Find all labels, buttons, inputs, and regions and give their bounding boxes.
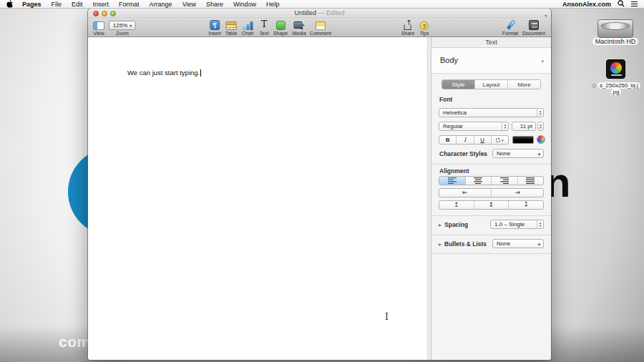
align-center-button[interactable] xyxy=(465,177,492,185)
align-bottom-button[interactable]: ↧ xyxy=(508,201,543,209)
underline-button[interactable]: U xyxy=(474,136,491,144)
spotlight-search-icon[interactable] xyxy=(618,0,625,9)
font-size-stepper[interactable] xyxy=(537,122,544,131)
menu-help[interactable]: Help xyxy=(261,0,285,9)
stepper-icon xyxy=(537,220,543,228)
chart-icon xyxy=(243,21,253,30)
jpg-file-icon[interactable] xyxy=(606,59,625,79)
align-middle-button[interactable]: ↕ xyxy=(474,201,509,209)
character-styles-label: Character Styles xyxy=(439,150,487,157)
decrease-indent-button[interactable]: ⇤ xyxy=(439,189,491,197)
bold-button[interactable]: B xyxy=(439,136,456,144)
align-left-icon xyxy=(448,177,457,184)
menu-view[interactable]: View xyxy=(177,0,201,9)
comment-icon xyxy=(316,21,326,30)
format-button[interactable]: Format xyxy=(502,19,518,36)
menu-bar: Pages File Edit Insert Format Arrange Vi… xyxy=(0,0,644,9)
align-center-icon xyxy=(474,177,482,184)
macintosh-hd-label[interactable]: Macintosh HD xyxy=(587,38,644,45)
bullets-select[interactable]: None xyxy=(492,239,544,248)
insert-button[interactable]: Insert xyxy=(208,19,221,36)
title-bar[interactable]: Untitled — Edited xyxy=(88,9,551,18)
view-button[interactable]: View xyxy=(93,19,104,36)
ibeam-cursor: I xyxy=(385,312,389,322)
bullets-row: Bullets & Lists xyxy=(439,239,487,249)
edited-status: — Edited xyxy=(318,9,345,16)
tips-button[interactable]: Tips xyxy=(420,19,429,36)
chevron-down-icon xyxy=(541,57,544,64)
font-color-well[interactable] xyxy=(512,136,534,144)
tab-style[interactable]: Style xyxy=(442,80,474,89)
spacing-label: Spacing xyxy=(444,221,468,228)
menu-window[interactable]: Window xyxy=(228,0,261,9)
divider xyxy=(431,235,551,235)
menu-share[interactable]: Share xyxy=(201,0,228,9)
divider xyxy=(431,215,551,216)
menu-insert[interactable]: Insert xyxy=(88,0,114,9)
character-styles-label-row: Character Styles xyxy=(439,149,487,159)
paragraph-style-row[interactable]: Body xyxy=(431,48,551,74)
spacing-select[interactable]: 1.0 – Single xyxy=(490,220,544,229)
tab-more[interactable]: More xyxy=(507,80,540,89)
window-title: Untitled — Edited xyxy=(88,9,551,18)
document-text[interactable]: We can just start typing. xyxy=(127,69,201,77)
chevron-down-icon xyxy=(535,240,543,248)
advanced-options-button[interactable] xyxy=(491,136,508,144)
stepper-icon xyxy=(502,122,508,130)
document-page[interactable]: We can just start typing. I xyxy=(88,37,427,360)
font-section-label: Font xyxy=(439,96,452,103)
tab-layout[interactable]: Layout xyxy=(474,80,507,89)
share-icon xyxy=(404,20,412,30)
stepper-icon xyxy=(537,109,543,117)
media-button[interactable]: Media xyxy=(292,19,306,36)
menu-pages[interactable]: Pages xyxy=(17,0,47,9)
align-left-button[interactable] xyxy=(439,177,465,185)
view-icon xyxy=(93,21,104,30)
chevron-down-icon xyxy=(535,150,543,157)
apple-menu[interactable] xyxy=(6,0,13,8)
document-button[interactable]: Document xyxy=(522,19,545,36)
align-justify-button[interactable] xyxy=(517,177,544,185)
color-wheel-button[interactable] xyxy=(537,135,545,144)
share-button[interactable]: Share xyxy=(401,19,415,36)
menu-file[interactable]: File xyxy=(47,0,67,9)
align-right-button[interactable] xyxy=(491,177,517,185)
menu-arrange[interactable]: Arrange xyxy=(145,0,177,9)
menu-edit[interactable]: Edit xyxy=(67,0,88,9)
toolbar: View 125% Zoom Insert Table Chart Text xyxy=(88,18,551,37)
media-icon xyxy=(293,21,305,30)
chart-button[interactable]: Chart xyxy=(241,19,253,36)
comment-button[interactable]: Comment xyxy=(310,19,331,36)
macintosh-hd-icon[interactable] xyxy=(597,19,633,38)
zoom-dropdown[interactable]: 125% xyxy=(109,21,136,30)
table-button[interactable]: Table xyxy=(225,19,238,36)
chevron-down-icon xyxy=(130,22,132,29)
align-right-icon xyxy=(500,177,509,184)
italic-button[interactable]: I xyxy=(456,136,473,144)
shape-button[interactable]: Shape xyxy=(273,19,288,36)
increase-indent-button[interactable]: ⇥ xyxy=(491,189,543,197)
disclosure-triangle-icon[interactable] xyxy=(439,221,441,228)
alignment-buttons xyxy=(439,176,544,185)
menu-extra-title: AnsonAlex.com xyxy=(562,1,611,8)
notification-center-icon[interactable] xyxy=(631,1,638,2)
divider xyxy=(431,164,551,165)
character-styles-select[interactable]: None xyxy=(492,149,544,158)
indent-buttons: ⇤ ⇥ xyxy=(439,188,544,197)
text-style-buttons: B I U xyxy=(439,135,509,145)
disclosure-triangle-icon[interactable] xyxy=(439,240,441,248)
zoom-control[interactable]: 125% Zoom xyxy=(109,19,136,36)
desktop: n com Macintosh HD s_250x250_bj.j pg Unt… xyxy=(0,0,644,362)
align-top-button[interactable]: ↥ xyxy=(439,201,474,209)
align-top-icon: ↥ xyxy=(454,202,459,208)
text-button[interactable]: Text xyxy=(260,19,269,36)
font-weight-select[interactable]: Regular xyxy=(439,122,509,131)
font-size-field[interactable]: 11 pt xyxy=(512,122,536,131)
jpg-file-label[interactable]: s_250x250_bj.j pg xyxy=(585,82,644,95)
style-tabs: Style Layout More xyxy=(441,79,541,89)
menu-format[interactable]: Format xyxy=(114,0,145,9)
indent-left-icon: ⇤ xyxy=(462,190,468,196)
font-family-select[interactable]: Helvetica xyxy=(439,108,544,117)
document-icon xyxy=(529,20,539,30)
paragraph-style-value: Body xyxy=(440,56,458,64)
